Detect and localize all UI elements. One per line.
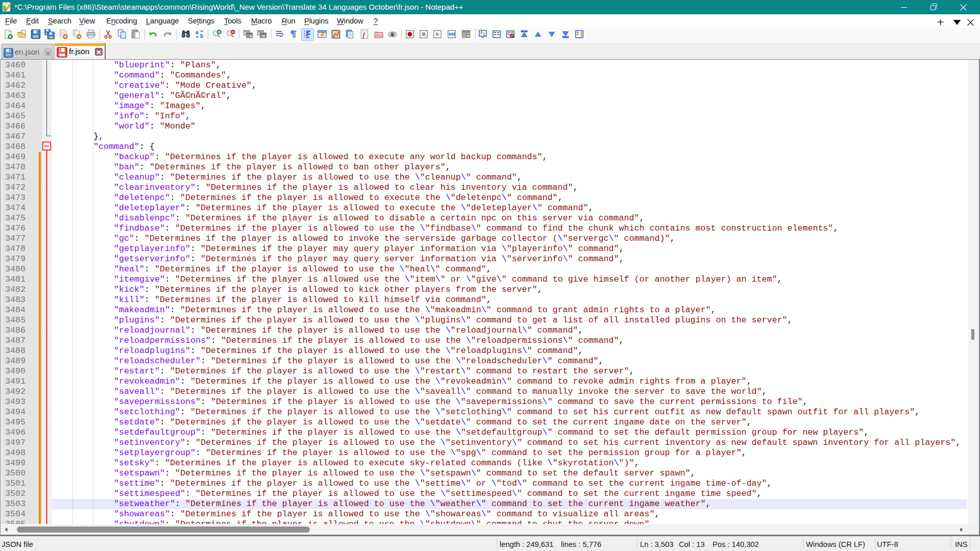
svg-text:uc: uc — [467, 34, 470, 37]
svg-text:1: 1 — [483, 32, 485, 37]
svg-text:a: a — [195, 30, 199, 35]
svg-text:b: b — [200, 33, 203, 39]
